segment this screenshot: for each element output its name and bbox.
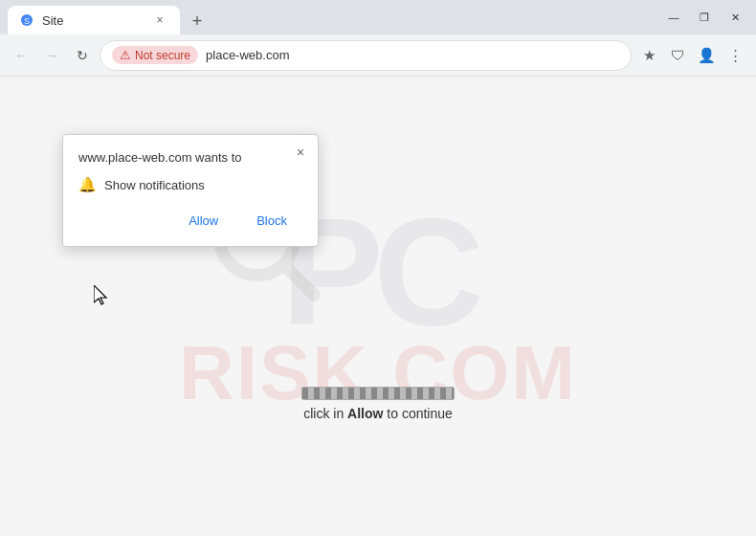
title-bar: S Site × + — ❐ ✕ <box>0 0 756 34</box>
security-button[interactable]: 🛡 <box>664 42 691 69</box>
svg-text:S: S <box>24 16 30 26</box>
forward-button[interactable]: → <box>38 42 65 69</box>
svg-line-3 <box>285 267 314 296</box>
progress-bar <box>301 387 455 400</box>
close-window-button[interactable]: ✕ <box>722 8 748 27</box>
popup-close-button[interactable]: × <box>291 143 310 162</box>
tab-favicon: S <box>19 12 34 28</box>
profile-button[interactable]: 👤 <box>693 42 720 69</box>
back-button[interactable]: ← <box>8 42 34 69</box>
bell-icon: 🔔 <box>78 176 97 193</box>
allow-button[interactable]: Allow <box>173 209 233 233</box>
url-bar[interactable]: ⚠ Not secure place-web.com <box>100 40 632 71</box>
bookmark-button[interactable]: ★ <box>635 42 662 69</box>
popup-title: www.place-web.com wants to <box>78 150 302 165</box>
not-secure-badge: ⚠ Not secure <box>112 46 198 64</box>
svg-marker-4 <box>94 285 106 304</box>
not-secure-label: Not secure <box>135 49 190 62</box>
refresh-button[interactable]: ↻ <box>69 42 96 69</box>
progress-bar-fill <box>302 388 454 399</box>
tab-area: S Site × + <box>8 0 211 34</box>
warning-icon: ⚠ <box>120 48 131 62</box>
address-bar: ← → ↻ ⚠ Not secure place-web.com ★ 🛡 👤 ⋮ <box>0 34 756 77</box>
instruction-area: click in Allow to continue <box>301 387 455 421</box>
restore-button[interactable]: ❐ <box>691 8 718 27</box>
url-text: place-web.com <box>206 48 289 62</box>
browser-tab[interactable]: S Site × <box>8 6 180 34</box>
notification-popup: × www.place-web.com wants to 🔔 Show noti… <box>62 134 319 247</box>
instruction-allow-bold: Allow <box>347 406 383 421</box>
popup-actions: Allow Block <box>78 209 302 233</box>
minimize-button[interactable]: — <box>660 8 687 27</box>
address-actions: ★ 🛡 👤 ⋮ <box>635 42 748 69</box>
popup-notification-label: Show notifications <box>104 178 205 192</box>
window-controls: — ❐ ✕ <box>660 8 748 27</box>
instruction-text: click in Allow to continue <box>303 406 453 421</box>
tab-label: Site <box>42 13 63 28</box>
popup-notification-row: 🔔 Show notifications <box>78 176 302 193</box>
menu-button[interactable]: ⋮ <box>722 42 748 69</box>
block-button[interactable]: Block <box>241 209 302 233</box>
tab-close-button[interactable]: × <box>151 11 168 29</box>
browser-content: PC RISK.COM click in Allow to continue ×… <box>0 77 756 536</box>
new-tab-button[interactable]: + <box>184 8 211 34</box>
